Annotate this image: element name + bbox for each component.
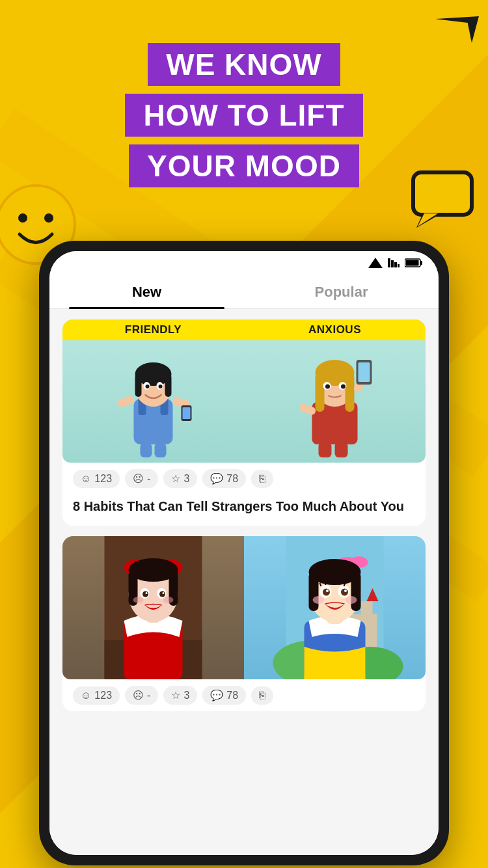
comment-count: 78 [226,473,238,485]
comment-reaction-2[interactable]: 💬 78 [202,686,246,705]
svg-rect-15 [420,261,422,265]
positive-reaction-2[interactable]: ☺ 123 [73,686,120,705]
svg-rect-32 [141,443,152,457]
reaction-bar-2: ☺ 123 ☹ - ☆ 3 💬 78 [62,679,426,711]
battery-icon [405,258,423,267]
article-image-1: FRIENDLY [62,319,426,463]
positive-count-2: 123 [94,690,112,701]
star-icon-2: ☆ [171,689,180,701]
svg-point-41 [325,385,330,389]
positive-count: 123 [94,473,112,485]
smiley-icon-2: ☺ [81,690,91,701]
svg-rect-10 [388,258,390,267]
svg-point-4 [44,213,53,223]
svg-rect-45 [359,362,370,382]
svg-point-90 [326,590,329,592]
tab-bar: New Popular [49,275,439,309]
signal-icon [368,258,383,268]
snow-white-cartoon [244,536,426,679]
hero-text-container: WE KNOW HOW TO LIFT YOUR MOOD [0,39,488,191]
comment-count-2: 78 [226,690,238,701]
article-card-1[interactable]: FRIENDLY [62,319,426,526]
hero-line-3: YOUR MOOD [129,144,359,187]
svg-rect-22 [135,374,142,397]
comment-reaction[interactable]: 💬 78 [202,469,246,488]
svg-rect-72 [361,601,373,621]
svg-point-91 [344,590,347,592]
svg-point-42 [341,385,346,389]
negative-count-2: - [147,690,150,701]
anxious-character [244,340,426,457]
content-area: FRIENDLY [49,309,439,855]
star-count-2: 3 [183,690,189,701]
hero-line-1: WE KNOW [148,43,340,86]
phone-screen: New Popular FRIENDLY [49,251,439,855]
svg-rect-28 [116,395,135,408]
svg-rect-38 [346,373,355,412]
svg-marker-9 [368,258,383,268]
svg-rect-33 [155,443,167,457]
negative-reaction-2[interactable]: ☹ - [125,686,158,705]
share-icon: ⎘ [259,473,265,485]
svg-point-3 [18,213,27,223]
share-icon-2: ⎘ [259,690,265,701]
svg-point-67 [133,597,144,603]
svg-rect-23 [165,374,172,397]
article-image-2-right [244,536,426,679]
svg-line-94 [340,582,340,585]
snow-white-real [62,536,244,679]
hero-line-2: HOW TO LIFT [125,94,362,137]
share-reaction-2[interactable]: ⎘ [251,686,273,705]
right-image-label: ANXIOUS [244,319,426,340]
svg-point-64 [159,591,165,597]
smiley-icon: ☺ [81,473,91,485]
svg-point-63 [142,591,148,597]
tab-popular[interactable]: Popular [244,275,439,308]
positive-reaction[interactable]: ☺ 123 [73,470,120,488]
share-reaction[interactable]: ⎘ [251,470,273,488]
sad-icon: ☹ [133,472,144,485]
wifi-icon [388,258,400,267]
reaction-bar-1: ☺ 123 ☹ - ☆ 3 💬 78 [62,463,426,495]
left-image-label: FRIENDLY [62,319,244,340]
article-image-2-left [62,536,244,679]
svg-point-65 [146,592,148,594]
friendly-character [62,340,244,457]
star-icon: ☆ [171,472,180,485]
comment-icon-2: 💬 [210,689,223,701]
svg-point-26 [146,385,150,388]
svg-rect-16 [406,260,419,266]
star-count: 3 [183,473,189,485]
sad-icon-2: ☹ [133,689,144,701]
phone-container: New Popular FRIENDLY [39,241,449,865]
phone-frame: New Popular FRIENDLY [39,241,449,865]
svg-point-96 [313,596,325,604]
tab-new[interactable]: New [49,275,244,308]
negative-reaction[interactable]: ☹ - [125,469,158,488]
article-card-2[interactable]: ☺ 123 ☹ - ☆ 3 💬 78 [62,536,426,711]
star-reaction-2[interactable]: ☆ 3 [163,686,197,705]
svg-point-89 [341,589,348,596]
svg-point-85 [309,559,361,585]
comment-icon: 💬 [210,472,223,485]
svg-line-93 [325,582,326,585]
svg-point-60 [129,558,178,582]
svg-rect-48 [335,442,348,457]
article-title-1[interactable]: 8 Habits That Can Tell Strangers Too Muc… [62,495,426,526]
negative-count: - [147,473,150,485]
svg-point-68 [163,597,174,603]
svg-point-88 [323,589,330,596]
svg-rect-31 [183,407,191,419]
svg-point-97 [346,596,357,604]
article-image-left: FRIENDLY [62,319,244,463]
svg-rect-13 [398,264,400,267]
svg-point-27 [159,385,163,388]
svg-point-66 [163,592,165,594]
svg-rect-12 [394,262,397,267]
svg-rect-47 [319,442,332,457]
svg-rect-37 [316,373,325,412]
svg-rect-11 [391,260,394,267]
star-reaction[interactable]: ☆ 3 [163,469,197,488]
status-bar [49,251,439,275]
article-image-2 [62,536,426,679]
